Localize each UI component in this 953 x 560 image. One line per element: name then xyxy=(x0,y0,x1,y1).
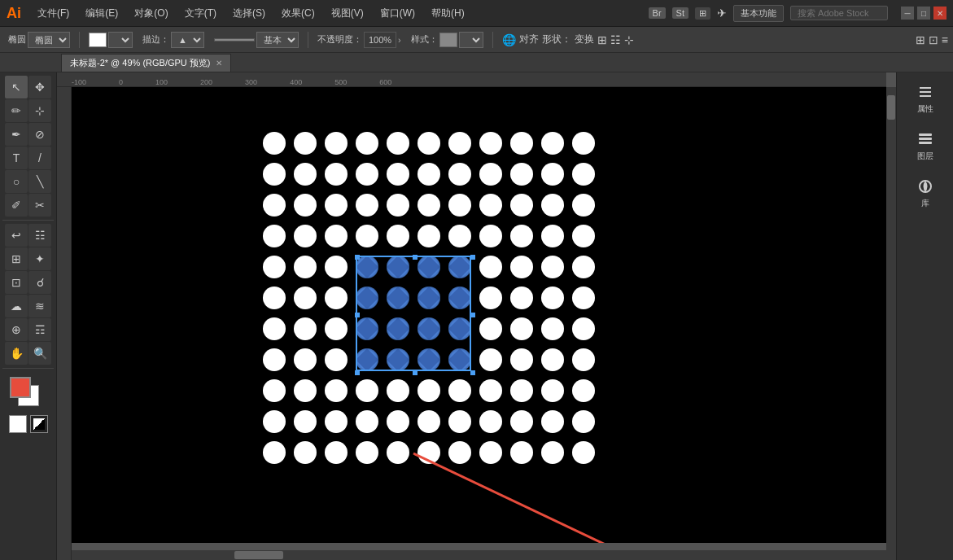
tool-row-11: ⊕ ☶ xyxy=(0,318,56,341)
column-graph-tool[interactable]: ☁ xyxy=(5,295,28,317)
pen-tool[interactable]: ✏ xyxy=(5,99,28,122)
scissors-tool[interactable]: ✂ xyxy=(28,194,51,217)
foreground-color-swatch[interactable] xyxy=(10,377,31,398)
dot xyxy=(387,132,409,155)
menu-file[interactable]: 文件(F) xyxy=(31,5,76,22)
workspace-button[interactable]: 基本功能 xyxy=(733,5,784,22)
shape-dropdown[interactable]: 椭圆 xyxy=(28,32,70,48)
artboard-tool[interactable]: ⊕ xyxy=(5,318,28,341)
dot xyxy=(448,317,471,340)
direct-select-tool[interactable]: ✥ xyxy=(28,76,51,98)
dot xyxy=(572,348,595,371)
dot xyxy=(448,256,471,278)
horizontal-scrollbar[interactable] xyxy=(72,550,886,560)
blend-tool[interactable]: ⊡ xyxy=(5,271,28,294)
workspace-icon[interactable]: ⊞ xyxy=(695,7,710,20)
stroke-style-dropdown[interactable]: 基本 xyxy=(256,32,299,48)
tool-row-8: ⊞ ✦ xyxy=(0,247,56,270)
ellipse-tool[interactable]: ○ xyxy=(5,170,28,193)
type-tool[interactable]: ✒ xyxy=(5,123,28,146)
opacity-chevron[interactable]: › xyxy=(398,35,401,45)
curvature-tool[interactable]: ⊹ xyxy=(28,99,51,122)
opacity-input[interactable] xyxy=(364,32,396,48)
stock-icon[interactable]: St xyxy=(672,7,689,19)
tab-close-button[interactable]: ✕ xyxy=(216,59,222,68)
color-mode-icon[interactable] xyxy=(30,415,48,433)
menu-select[interactable]: 选择(S) xyxy=(226,5,272,22)
arrange-icon[interactable]: ⊡ xyxy=(929,33,938,46)
style-swatch[interactable] xyxy=(439,33,457,47)
stroke-dropdown[interactable]: ▲ xyxy=(171,32,204,48)
align-label[interactable]: 对齐 xyxy=(519,33,539,46)
bridge-icon[interactable]: Br xyxy=(649,7,666,19)
document-tab[interactable]: 未标题-2* @ 49% (RGB/GPU 预览) ✕ xyxy=(61,54,231,72)
text-tool[interactable]: T xyxy=(5,147,28,169)
rotate-tool[interactable]: ↩ xyxy=(5,224,28,247)
dot-row xyxy=(263,256,896,278)
globe-icon[interactable]: 🌐 xyxy=(502,33,516,46)
menu-text[interactable]: 文字(T) xyxy=(178,5,223,22)
slice-tool[interactable]: ☶ xyxy=(28,318,51,341)
panels-icon[interactable]: ⊞ xyxy=(916,33,925,46)
layers-panel-tab[interactable]: 图层 xyxy=(912,126,938,165)
vertical-scrollbar[interactable] xyxy=(886,87,896,560)
minimize-button[interactable]: ─ xyxy=(901,7,914,20)
dot xyxy=(325,317,348,340)
fill-swatch[interactable] xyxy=(89,33,107,47)
style-dropdown[interactable] xyxy=(459,32,483,48)
color-swatch-area xyxy=(8,375,49,413)
zoom-tool[interactable]: 🔍 xyxy=(28,342,51,365)
fill-none-icon[interactable] xyxy=(9,415,27,433)
menu-window[interactable]: 窗口(W) xyxy=(374,5,422,22)
svg-rect-3 xyxy=(920,91,931,93)
paintbrush-tool[interactable]: ✐ xyxy=(5,194,28,217)
dot-grid xyxy=(263,132,896,464)
menu-effect[interactable]: 效果(C) xyxy=(275,5,321,22)
transform-icon1[interactable]: ⊞ xyxy=(597,33,607,46)
send-icon[interactable]: ✈ xyxy=(717,7,727,20)
shape-label2[interactable]: 形状： xyxy=(542,33,571,46)
rectangle-tool[interactable]: ⊞ xyxy=(5,247,28,270)
stroke-preview[interactable] xyxy=(214,38,255,42)
transform-label[interactable]: 变换 xyxy=(575,33,594,46)
dot xyxy=(448,287,471,309)
scrollbar-thumb-h[interactable] xyxy=(234,551,283,559)
dot xyxy=(387,256,409,278)
svg-rect-6 xyxy=(919,138,932,140)
tool-row-4: T / xyxy=(0,147,56,169)
hand-tool[interactable]: ✋ xyxy=(5,342,28,365)
line-tool[interactable]: / xyxy=(28,147,51,169)
maximize-button[interactable]: □ xyxy=(917,7,930,20)
dot xyxy=(387,410,409,433)
layers-panel-label: 图层 xyxy=(917,151,933,162)
star-tool[interactable]: ✦ xyxy=(28,247,51,270)
dot xyxy=(325,132,348,155)
canvas-area[interactable]: -100 0 100 200 300 400 500 600 xyxy=(57,72,896,560)
library-panel-tab[interactable]: 库 xyxy=(912,173,938,212)
menu-icon[interactable]: ≡ xyxy=(942,33,948,46)
select-tool[interactable]: ↖ xyxy=(5,76,28,98)
dot-row xyxy=(263,163,896,186)
scrollbar-thumb-v[interactable] xyxy=(887,95,895,120)
menu-help[interactable]: 帮助(H) xyxy=(425,5,471,22)
dot xyxy=(541,317,564,340)
menu-object[interactable]: 对象(O) xyxy=(128,5,174,22)
transform-icon3[interactable]: ⊹ xyxy=(624,33,634,46)
touch-type-tool[interactable]: ⊘ xyxy=(28,123,51,146)
dot xyxy=(263,194,286,217)
menu-view[interactable]: 视图(V) xyxy=(325,5,370,22)
menu-edit[interactable]: 编辑(E) xyxy=(79,5,125,22)
bar-graph-tool[interactable]: ≋ xyxy=(28,295,51,317)
fill-dropdown[interactable] xyxy=(108,32,133,48)
line-segment-tool[interactable]: ╲ xyxy=(28,170,51,193)
dot xyxy=(356,410,378,433)
stock-search-input[interactable] xyxy=(790,6,888,20)
properties-panel-tab[interactable]: 属性 xyxy=(912,79,938,118)
dot xyxy=(294,441,317,464)
style-label: 样式： xyxy=(411,33,438,46)
transform-icon2[interactable]: ☷ xyxy=(610,33,621,46)
fill-swatch-item xyxy=(85,30,136,50)
close-button[interactable]: ✕ xyxy=(933,7,946,20)
grid-tool[interactable]: ☷ xyxy=(28,224,51,247)
symbol-tool[interactable]: ☌ xyxy=(28,271,51,294)
